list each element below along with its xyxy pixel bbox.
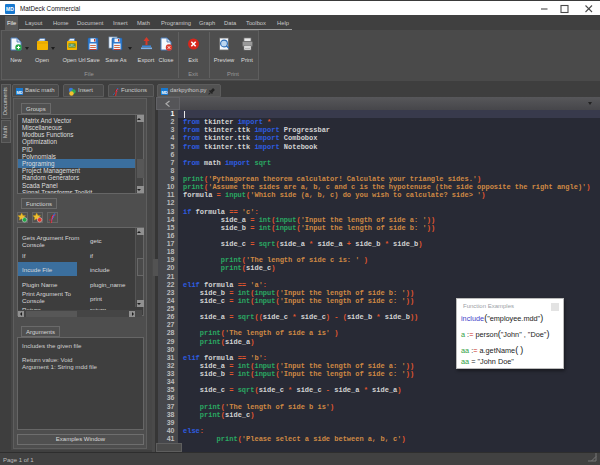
svg-text:URL: URL [69,44,76,48]
svg-text:MD: MD [161,90,167,95]
svg-text:MD: MD [16,90,22,95]
